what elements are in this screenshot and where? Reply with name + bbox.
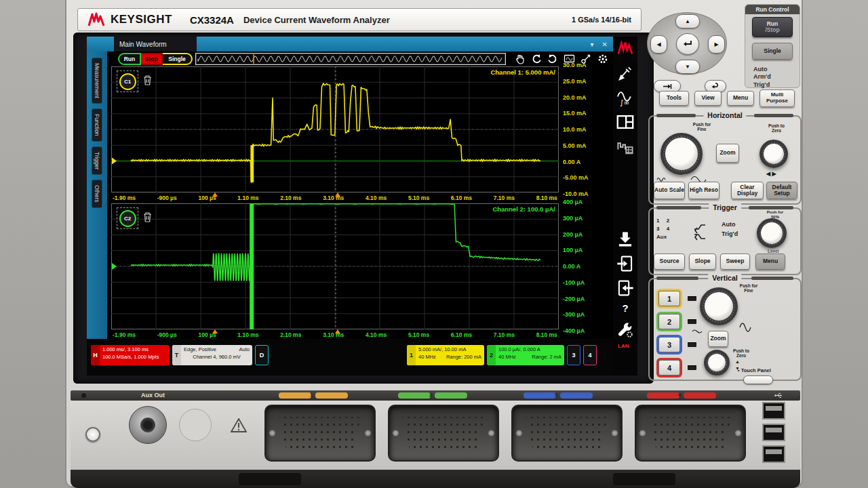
- y-tick: 20.0 mA: [563, 94, 613, 101]
- tab-main-waveform[interactable]: Main Waveform: [114, 37, 197, 52]
- ch1-led: [688, 296, 696, 301]
- channel2-waveform-panel[interactable]: Channel 2: 100.0 µA/ C2: [111, 203, 559, 329]
- push-fine-label: Push for Fine: [689, 122, 715, 132]
- vertical-offset-knob[interactable]: [704, 350, 730, 375]
- probe-setup-icon[interactable]: [617, 65, 633, 83]
- trigger-sweep-button[interactable]: Sweep: [720, 253, 750, 270]
- trigger-status-box[interactable]: T Edge, PositiveAutoChannel 4, 960.0 mV: [172, 345, 252, 365]
- channel1-badge[interactable]: C1: [117, 70, 138, 92]
- channel4-select-button[interactable]: 4: [656, 358, 682, 378]
- trigger-source: Channel 4, 960.0 mV: [184, 354, 250, 361]
- horizontal-status-box[interactable]: H 1.000 ms/, 3.100 ms100.0 MSa/s, 1.000 …: [91, 345, 170, 365]
- menu-button[interactable]: Menu: [727, 91, 754, 106]
- undo-icon[interactable]: [531, 54, 542, 64]
- trigger-slope-button[interactable]: Slope: [689, 253, 716, 270]
- digital-status-box[interactable]: D: [255, 345, 269, 365]
- ch4-led: [688, 365, 696, 370]
- stop-button[interactable]: Stop: [141, 53, 163, 65]
- ch1-range: Range: 200 mA: [446, 354, 481, 361]
- horizontal-position-knob[interactable]: [760, 140, 788, 168]
- x-tick: 2.10 ms: [280, 195, 301, 201]
- channel2-status-box[interactable]: 2 100.0 µA/, 0.000 A40 MHzRange: 2 mA: [487, 345, 564, 365]
- screw-hole: [81, 393, 86, 398]
- sidebar-tab-function[interactable]: Function: [92, 108, 102, 142]
- keysight-mini-logo-icon: [617, 41, 633, 56]
- sidebar-tab-trigger[interactable]: Trigger: [92, 146, 102, 176]
- view-button[interactable]: View: [694, 91, 722, 106]
- export-file-icon[interactable]: [616, 279, 634, 297]
- horizontal-zoom-button[interactable]: Zoom: [716, 144, 739, 163]
- pin-icon[interactable]: ▾: [591, 41, 594, 48]
- math-function-icon[interactable]: ∫∞: [616, 89, 634, 107]
- auto-label: Auto: [753, 66, 771, 73]
- channel1-select-button[interactable]: 1: [656, 289, 682, 308]
- pan-hand-icon[interactable]: [515, 54, 526, 64]
- waveform-table-icon[interactable]: [616, 138, 634, 156]
- sidebar-tab-measurement[interactable]: Measurement: [92, 58, 102, 104]
- vertical-zoom-button[interactable]: Zoom: [708, 331, 728, 347]
- tools-button[interactable]: Tools: [659, 91, 689, 106]
- channel1-waveform-panel[interactable]: Channel 1: 5.000 mA/ C1: [111, 66, 559, 192]
- multi-purpose-button[interactable]: Multi Purpose: [760, 89, 795, 107]
- sidebar-tab-others[interactable]: Others: [92, 180, 102, 208]
- single-button[interactable]: Single: [163, 53, 193, 65]
- usb-port: [762, 402, 785, 420]
- nav-right-button[interactable]: ▶: [708, 35, 725, 54]
- enter-button[interactable]: [676, 33, 699, 55]
- x-tick: 3.10 ms: [323, 195, 344, 201]
- redo-icon[interactable]: [547, 54, 558, 64]
- x-tick: 6.10 ms: [451, 195, 472, 201]
- utilities-wrench-icon[interactable]: [616, 321, 634, 339]
- single-hard-button[interactable]: Single: [752, 43, 793, 60]
- help-icon[interactable]: ?: [622, 302, 628, 314]
- channel1-plot: [111, 66, 559, 192]
- channel3-select-button[interactable]: 3: [656, 335, 682, 354]
- nav-up-button[interactable]: ▲: [675, 14, 700, 28]
- channel2-select-button[interactable]: 2: [656, 312, 682, 331]
- nav-down-button[interactable]: ▼: [675, 60, 700, 74]
- power-button[interactable]: [85, 427, 100, 442]
- nav-left-button[interactable]: ◀: [650, 35, 667, 54]
- window-layout-icon[interactable]: [616, 114, 634, 130]
- trigger-marker-icon: [212, 329, 218, 333]
- channel2-plot: [111, 203, 559, 329]
- save-icon[interactable]: [616, 230, 634, 248]
- channel4-status-box[interactable]: 4: [583, 345, 597, 365]
- run-button[interactable]: Run: [118, 53, 141, 65]
- trigger-menu-button[interactable]: Menu: [755, 253, 785, 270]
- y-tick: -400 µA: [563, 327, 613, 334]
- timeref-marker-icon: [335, 329, 340, 333]
- recall-file-icon[interactable]: [616, 255, 634, 272]
- connector-panel: [71, 401, 800, 470]
- trigger-type: Edge, Positive: [184, 346, 216, 354]
- run-stop-button[interactable]: Run/Stop: [752, 17, 793, 37]
- delete-trash-icon[interactable]: [142, 74, 153, 86]
- trigger-source-button[interactable]: Source: [654, 253, 685, 270]
- waveform-overview-strip[interactable]: [195, 53, 506, 68]
- clear-display-button[interactable]: Clear Display: [731, 182, 764, 199]
- channel3-status-box[interactable]: 3: [567, 345, 580, 365]
- y-tick: 15.0 mA: [563, 110, 613, 117]
- vertical-scale-knob[interactable]: [700, 287, 738, 325]
- ch3-color-bar: [524, 392, 556, 399]
- horizontal-scale-knob[interactable]: [660, 133, 703, 175]
- status-bar: H 1.000 ms/, 3.100 ms100.0 MSa/s, 1.000 …: [87, 339, 613, 375]
- close-icon[interactable]: ✕: [602, 41, 608, 48]
- trigger-level-knob[interactable]: [757, 218, 787, 248]
- channel3-connector: [511, 405, 623, 462]
- brand-bar: KEYSIGHT CX3324A Device Current Waveform…: [77, 8, 642, 31]
- svg-text:∫∞: ∫∞: [620, 98, 629, 106]
- back-icon: [711, 83, 719, 89]
- default-setup-button[interactable]: Default Setup: [766, 182, 797, 199]
- high-reso-button[interactable]: High Reso: [688, 182, 719, 199]
- blank-plug: [179, 409, 212, 441]
- auto-scale-button[interactable]: Auto Scale: [654, 182, 685, 199]
- ch1-number: 1: [310, 392, 313, 398]
- delete-trash-icon[interactable]: [142, 211, 153, 223]
- y-tick: 200 µA: [563, 231, 613, 238]
- ch1-color-bar: [315, 392, 348, 399]
- channel2-badge[interactable]: C2: [117, 207, 138, 229]
- ch3-color-bar: [560, 392, 593, 399]
- touch-panel-button[interactable]: [743, 375, 773, 384]
- channel1-status-box[interactable]: 1 5.000 mA/, 10.00 mA40 MHzRange: 200 mA: [407, 345, 484, 365]
